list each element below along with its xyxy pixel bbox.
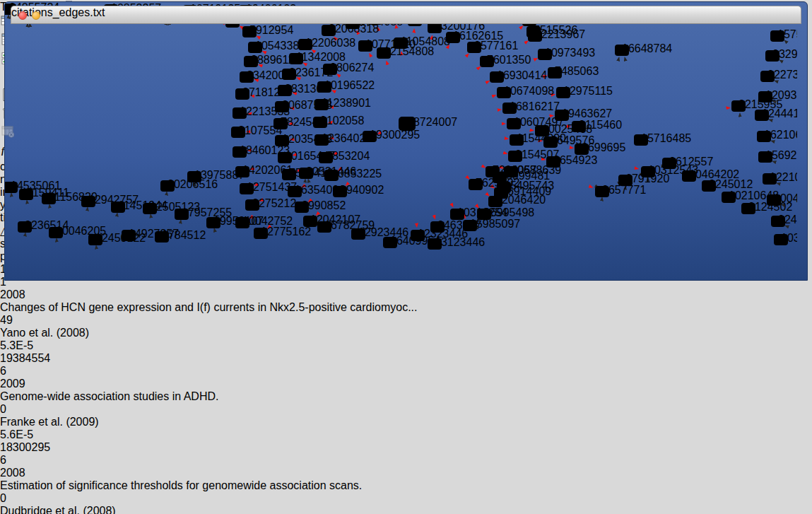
svg-text:9654923: 9654923 <box>553 154 597 166</box>
graph-node[interactable]: 16816217 <box>502 100 560 115</box>
cell-year[interactable]: 2008 <box>0 467 812 479</box>
svg-text:15692971: 15692971 <box>765 149 797 161</box>
svg-text:18724007: 18724007 <box>407 116 457 128</box>
cell-out-de-[interactable]: 0 <box>0 403 812 416</box>
graph-node[interactable]: 9102058 <box>313 115 364 129</box>
network-canvas[interactable]: 2405572413055723206914061085532510853257… <box>5 2 807 255</box>
network-window: citations_edges.txt 24055724130557232069… <box>4 1 808 281</box>
graph-node[interactable]: 9806274 <box>323 62 374 76</box>
cell-pagerank[interactable]: 5.3E-5 <box>0 339 812 352</box>
cell-short[interactable]: Yano et al. (2008) <box>0 327 812 339</box>
svg-text:7601350: 7601350 <box>487 54 531 66</box>
graph-node[interactable]: 9227343 <box>760 69 797 83</box>
minimize-window-button[interactable] <box>32 11 40 20</box>
svg-text:7485063: 7485063 <box>555 65 599 77</box>
svg-text:16914409: 16914409 <box>501 185 551 197</box>
svg-text:15716485: 15716485 <box>641 132 691 144</box>
cell-short[interactable]: Franke et al. (2009) <box>0 416 812 428</box>
graph-node[interactable]: 12775162 <box>254 226 311 240</box>
svg-text:9853204: 9853204 <box>326 150 370 162</box>
svg-text:11054808: 11054808 <box>401 35 450 47</box>
svg-text:9245019: 9245019 <box>778 214 797 226</box>
graph-node[interactable]: 9889611 <box>244 54 294 68</box>
graph-node[interactable]: 16914409 <box>494 185 551 199</box>
graph-node[interactable]: 9699695 <box>575 141 625 156</box>
svg-text:10312550: 10312550 <box>781 232 797 244</box>
zoom-window-button[interactable] <box>45 11 54 20</box>
graph-node[interactable]: 20531446 <box>299 165 356 180</box>
graph-node[interactable]: 7601350 <box>480 54 531 68</box>
graph-node[interactable]: 16648784 <box>615 42 672 57</box>
graph-node[interactable]: 12206038 <box>298 37 355 51</box>
graph-node[interactable]: 15751074 <box>770 28 797 42</box>
graph-nodes: 2405572413055723206914061085532510853257… <box>5 2 797 250</box>
graph-node[interactable]: 7515526 <box>526 24 577 38</box>
graph-node[interactable]: 12210649 <box>763 171 797 185</box>
graph-node[interactable]: 13975887 <box>187 169 245 183</box>
svg-text:19958107: 19958107 <box>213 215 264 227</box>
graph-node[interactable]: 9577161 <box>467 40 518 54</box>
network-graph-svg[interactable]: 2405572413055723206914061085532510853257… <box>5 2 797 252</box>
graph-node[interactable]: 11238901 <box>314 97 371 111</box>
table-row[interactable]: 1830029562008Estimation of significance … <box>0 441 812 514</box>
graph-node[interactable]: 10674098 <box>497 85 554 99</box>
graph-node[interactable]: 5912954 <box>242 24 293 38</box>
cell-in-degree[interactable]: 6 <box>0 365 812 378</box>
svg-text:9115460: 9115460 <box>579 119 622 131</box>
graph-node[interactable]: 9115460 <box>572 119 622 133</box>
graph-node[interactable]: 12093872 <box>758 89 797 103</box>
graph-node[interactable]: 9612557 <box>662 156 713 170</box>
close-window-button[interactable] <box>18 11 27 20</box>
graph-node[interactable]: 9329966 <box>765 48 797 62</box>
svg-text:9699695: 9699695 <box>582 141 625 153</box>
graph-node[interactable]: 16930414 <box>490 69 547 83</box>
cell-title[interactable]: Genome-wide association studies in ADHD. <box>0 390 812 403</box>
graph-node[interactable]: 10196522 <box>317 79 375 93</box>
graph-node[interactable]: 15692971 <box>758 149 797 163</box>
svg-text:7515526: 7515526 <box>534 24 577 36</box>
table-body: 1872400712008Changes of HCN gene express… <box>0 263 812 514</box>
graph-node[interactable]: 10316254 <box>450 206 507 221</box>
cell-year[interactable]: 2008 <box>0 288 812 301</box>
svg-text:11238901: 11238901 <box>322 97 371 109</box>
graph-node[interactable]: 9784512 <box>155 229 206 243</box>
svg-text:13123446: 13123446 <box>435 236 485 248</box>
graph-node[interactable]: 9853204 <box>319 150 370 164</box>
table-row[interactable]: 1938455462009Genome-wide association stu… <box>0 352 812 441</box>
svg-text:16648784: 16648784 <box>622 42 672 54</box>
graph-node[interactable]: 9245019 <box>771 214 797 228</box>
cell-short[interactable]: Dudbridge et al. (2008) <box>0 505 812 514</box>
graph-node[interactable]: 15716485 <box>634 132 691 146</box>
cell-out-de-[interactable]: 49 <box>0 314 812 327</box>
cell-name[interactable]: 19384554 <box>0 352 812 365</box>
cell-title[interactable]: Changes of HCN gene expression and I(f) … <box>0 301 812 314</box>
graph-node[interactable]: 16210643 <box>757 129 797 143</box>
svg-text:10674098: 10674098 <box>504 85 554 97</box>
graph-node[interactable]: 10312550 <box>774 232 797 246</box>
svg-text:15751074: 15751074 <box>777 28 797 40</box>
graph-node[interactable]: 9940902 <box>333 184 384 198</box>
cell-title[interactable]: Estimation of significance thresholds fo… <box>0 479 812 492</box>
cell-out-de-[interactable]: 0 <box>0 492 812 505</box>
svg-text:9329966: 9329966 <box>772 48 797 60</box>
svg-text:8990852: 8990852 <box>302 199 346 211</box>
graph-hub-node[interactable]: 18724007 <box>399 116 457 132</box>
cell-pagerank[interactable]: 5.6E-5 <box>0 428 812 441</box>
graph-node[interactable]: 11054808 <box>394 35 450 49</box>
svg-text:5912954: 5912954 <box>249 24 293 36</box>
cell-in-degree[interactable]: 6 <box>0 454 812 467</box>
graph-node[interactable]: 7485063 <box>548 65 599 79</box>
graph-node[interactable]: 19958107 <box>206 215 264 229</box>
graph-node[interactable]: 13123446 <box>428 236 485 250</box>
cell-name[interactable]: 18300295 <box>0 441 812 454</box>
svg-text:16210643: 16210643 <box>764 129 797 141</box>
graph-node[interactable]: 9654923 <box>546 154 597 168</box>
graph-node[interactable]: 12975115 <box>556 85 613 99</box>
graph-node[interactable]: 10973493 <box>538 47 595 61</box>
window-titlebar[interactable]: citations_edges.txt <box>11 6 801 24</box>
graph-node[interactable]: 8990852 <box>295 199 346 214</box>
svg-text:12206038: 12206038 <box>305 37 355 49</box>
graph-node[interactable]: 9275212 <box>245 197 296 211</box>
cell-year[interactable]: 2009 <box>0 378 812 390</box>
application-background: citations_edges.txt 24055724130557232069… <box>0 0 812 514</box>
